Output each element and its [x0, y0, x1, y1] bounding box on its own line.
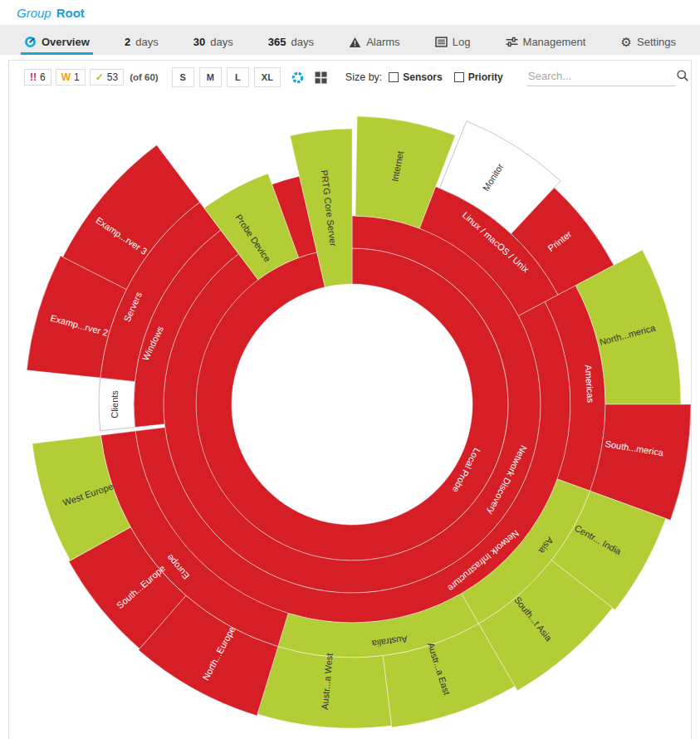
status-badge-ok[interactable]: ✓53: [90, 69, 124, 86]
tab-label: Overview: [42, 36, 90, 48]
object-type-label: Group: [17, 6, 51, 20]
sunburst-segment-local-probe[interactable]: [196, 248, 508, 560]
search-icon[interactable]: [676, 69, 689, 82]
tab-2-days[interactable]: 2days: [121, 31, 162, 55]
status-warning-icon: W: [61, 71, 71, 83]
size-buttons: SMLXL: [167, 67, 281, 87]
sunburst-view-icon: [291, 71, 305, 85]
tab-overview[interactable]: Overview: [21, 31, 93, 55]
sensor-total-label: (of 60): [130, 72, 159, 82]
search-box: [526, 69, 676, 86]
tab-365-days[interactable]: 365days: [265, 31, 317, 55]
status-badge-error[interactable]: !!6: [24, 69, 51, 86]
status-count: 53: [107, 71, 118, 83]
tab-number: 30: [193, 36, 205, 48]
log-icon: [435, 37, 448, 47]
status-badges: !!6W1✓53: [24, 69, 128, 86]
status-ok-icon: ✓: [95, 71, 104, 83]
tab-number: 2: [125, 36, 130, 48]
tab-log[interactable]: Log: [432, 31, 474, 55]
checkbox-priority[interactable]: Priority: [454, 71, 503, 83]
tab-bar: Overview2days30days365daysAlarmsLogManag…: [0, 25, 700, 55]
checkbox-sensors[interactable]: Sensors: [389, 71, 442, 83]
sunburst-svg: Local ProbeNetwork DiscoveryInternetLinu…: [9, 94, 691, 739]
checkbox-priority-box[interactable]: [454, 72, 464, 82]
tab-management[interactable]: Management: [502, 31, 590, 55]
toolbar: !!6W1✓53 (of 60) SMLXL Size by: SensorsP…: [9, 61, 691, 94]
size-button-l[interactable]: L: [227, 67, 249, 87]
size-button-m[interactable]: M: [199, 67, 222, 87]
status-count: 1: [74, 71, 80, 83]
status-badge-warning[interactable]: W1: [56, 69, 86, 86]
gear-icon: ⚙: [621, 36, 632, 48]
tab-label: Settings: [637, 36, 676, 48]
sunburst-label-clients: Clients: [110, 390, 120, 418]
checkbox-priority-label: Priority: [468, 71, 503, 83]
page-title: Group Root: [0, 0, 700, 25]
status-error-icon: !!: [30, 71, 37, 83]
size-by-label: Size by:: [345, 71, 382, 83]
size-button-xl[interactable]: XL: [254, 67, 281, 87]
tab-label: Management: [523, 36, 586, 48]
tab-label: days: [210, 36, 233, 48]
size-by-checkboxes: SensorsPriority: [389, 71, 514, 83]
tiles-view-icon: [315, 71, 327, 84]
tab-label: Log: [453, 36, 471, 48]
checkbox-sensors-label: Sensors: [403, 71, 442, 83]
tab-label: Alarms: [366, 36, 399, 48]
sunburst-chart: Local ProbeNetwork DiscoveryInternetLinu…: [9, 94, 691, 739]
search-input[interactable]: [526, 69, 676, 83]
gauge-icon: [24, 36, 37, 48]
tiles-view-button[interactable]: [315, 71, 327, 84]
management-icon: [506, 37, 518, 47]
tab-label: days: [135, 36, 158, 48]
status-count: 6: [40, 71, 46, 83]
group-name[interactable]: Root: [56, 6, 85, 20]
tab-label: days: [291, 36, 314, 48]
tab-30-days[interactable]: 30days: [190, 31, 237, 55]
tab-alarms[interactable]: Alarms: [345, 31, 403, 55]
checkbox-sensors-box[interactable]: [389, 72, 399, 82]
tab-settings[interactable]: ⚙Settings: [618, 31, 679, 55]
alarm-icon: [349, 37, 361, 48]
size-button-s[interactable]: S: [172, 67, 194, 87]
tab-number: 365: [268, 36, 286, 48]
content-panel: !!6W1✓53 (of 60) SMLXL Size by: SensorsP…: [8, 60, 692, 739]
sunburst-view-button[interactable]: [291, 71, 305, 85]
